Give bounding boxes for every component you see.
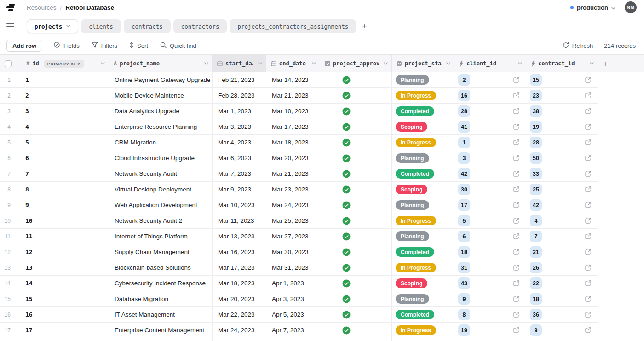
cell-project-approval[interactable] (320, 276, 392, 291)
cell-project-status[interactable]: Scoping (392, 182, 454, 197)
cell-id[interactable]: 1111 (0, 229, 109, 244)
cell-start-date[interactable]: Mar 22, 2023 (213, 307, 266, 323)
cell-contract-id[interactable]: 42 (526, 197, 598, 213)
client-id-badge[interactable]: 9 (458, 293, 470, 305)
cell-contract-id[interactable]: 4 (526, 213, 598, 229)
cell-project-status[interactable]: Completed (392, 244, 454, 260)
cell-end-date[interactable]: Mar 30, 2023 (266, 244, 320, 260)
cell-id[interactable]: 77 (0, 166, 109, 182)
add-table-button[interactable]: + (360, 22, 369, 30)
tab-projects_contractors_assignments[interactable]: projects_contractors_assignments (230, 19, 356, 33)
cell-client-id[interactable]: 1 (454, 135, 526, 150)
cell-project-name[interactable]: Web Application Development (109, 197, 213, 213)
quick-find-button[interactable]: Quick find (160, 42, 196, 50)
external-link-icon[interactable] (585, 327, 592, 334)
cell-end-date[interactable]: Mar 14, 2023 (266, 72, 320, 88)
cell-end-date[interactable]: Mar 27, 2023 (266, 229, 320, 244)
cell-start-date[interactable]: Mar 6, 2023 (213, 150, 266, 166)
cell-project-name[interactable]: CRM Migration (109, 135, 213, 150)
cell-project-approval[interactable] (320, 72, 392, 88)
cell-end-date[interactable]: Mar 21, 2023 (266, 166, 320, 182)
cell-end-date[interactable]: Apr 5, 2023 (266, 307, 320, 323)
column-header-contract_id[interactable]: contract_id (526, 55, 598, 72)
cell-project-approval[interactable] (320, 104, 392, 119)
external-link-icon[interactable] (513, 92, 520, 99)
cell-project-status[interactable]: Planning (392, 72, 454, 88)
contract-id-badge[interactable]: 19 (530, 121, 542, 133)
cell-end-date[interactable]: Mar 10, 2023 (266, 104, 320, 119)
cell-contract-id[interactable]: 18 (526, 291, 598, 307)
external-link-icon[interactable] (513, 327, 520, 334)
cell-id[interactable]: 55 (0, 135, 109, 150)
cell-project-status[interactable]: Scoping (392, 276, 454, 291)
cell-end-date[interactable]: Apr 1, 2023 (266, 276, 320, 291)
cell-end-date[interactable]: Mar 23, 2023 (266, 182, 320, 197)
refresh-button[interactable]: Refresh (563, 42, 593, 50)
cell-start-date[interactable]: Mar 3, 2023 (213, 119, 266, 135)
cell-start-date[interactable]: Mar 20, 2023 (213, 291, 266, 307)
cell-contract-id[interactable]: 7 (526, 229, 598, 244)
cell-id[interactable]: 1414 (0, 276, 109, 291)
contract-id-badge[interactable]: 25 (530, 184, 542, 195)
column-header-project_approv[interactable]: project_approv… (320, 55, 392, 72)
external-link-icon[interactable] (585, 108, 592, 115)
external-link-icon[interactable] (513, 233, 520, 240)
cell-end-date[interactable]: Mar 24, 2023 (266, 197, 320, 213)
cell-contract-id[interactable]: 28 (526, 135, 598, 150)
cell-project-status[interactable]: In Progress (392, 323, 454, 338)
cell-project-status[interactable]: Planning (392, 197, 454, 213)
external-link-icon[interactable] (513, 202, 520, 208)
cell-project-name[interactable]: Data Analytics Upgrade (109, 104, 213, 119)
cell-project-status[interactable]: In Progress (392, 213, 454, 229)
chevron-down-icon[interactable] (382, 62, 388, 65)
external-link-icon[interactable] (585, 76, 592, 83)
external-link-icon[interactable] (585, 92, 592, 99)
contract-id-badge[interactable]: 36 (530, 309, 542, 320)
client-id-badge[interactable]: 28 (458, 105, 470, 117)
cell-project-name[interactable]: Enterprise Resource Planning (109, 119, 213, 135)
external-link-icon[interactable] (585, 264, 592, 271)
contract-id-badge[interactable]: 9 (530, 324, 542, 336)
add-column-button[interactable]: + (604, 60, 608, 68)
cell-id[interactable]: 1616 (0, 307, 109, 323)
contract-id-badge[interactable]: 4 (530, 215, 542, 226)
cell-project-name[interactable]: Cybersecurity Incident Response (109, 276, 213, 291)
cell-project-status[interactable]: In Progress (392, 260, 454, 276)
cell-project-approval[interactable] (320, 229, 392, 244)
contract-id-badge[interactable]: 50 (530, 152, 542, 164)
contract-id-badge[interactable]: 18 (530, 293, 542, 305)
cell-contract-id[interactable]: 9 (526, 323, 598, 338)
cell-id[interactable]: 33 (0, 104, 109, 119)
cell-project-name[interactable]: IT Asset Management (109, 307, 213, 323)
contract-id-badge[interactable]: 26 (530, 262, 542, 273)
cell-client-id[interactable]: 19 (454, 323, 526, 338)
cell-client-id[interactable]: 31 (454, 260, 526, 276)
cell-id[interactable]: 1212 (0, 244, 109, 260)
external-link-icon[interactable] (585, 311, 592, 318)
cell-project-approval[interactable] (320, 88, 392, 104)
cell-project-name[interactable]: Cloud Infrastructure Upgrade (109, 150, 213, 166)
cell-project-name[interactable]: Virtual Desktop Deployment (109, 182, 213, 197)
client-id-badge[interactable]: 17 (458, 199, 470, 211)
cell-project-status[interactable]: Planning (392, 150, 454, 166)
external-link-icon[interactable] (585, 217, 592, 224)
cell-id[interactable]: 22 (0, 88, 109, 104)
external-link-icon[interactable] (513, 170, 520, 177)
cell-project-approval[interactable] (320, 150, 392, 166)
cell-project-approval[interactable] (320, 323, 392, 338)
cell-project-approval[interactable] (320, 135, 392, 150)
chevron-down-icon[interactable] (202, 62, 208, 65)
external-link-icon[interactable] (513, 139, 520, 146)
column-header-project_sta[interactable]: project_sta… (392, 55, 454, 72)
cell-project-approval[interactable] (320, 182, 392, 197)
cell-project-status[interactable]: Completed (392, 307, 454, 323)
external-link-icon[interactable] (513, 295, 520, 302)
cell-client-id[interactable]: 16 (454, 88, 526, 104)
cell-project-name[interactable]: Enterprise Content Management (109, 323, 213, 338)
client-id-badge[interactable]: 16 (458, 90, 470, 101)
cell-project-approval[interactable] (320, 244, 392, 260)
cell-contract-id[interactable]: 36 (526, 307, 598, 323)
external-link-icon[interactable] (585, 249, 592, 255)
cell-project-status[interactable]: Planning (392, 229, 454, 244)
cell-client-id[interactable]: 2 (454, 72, 526, 88)
